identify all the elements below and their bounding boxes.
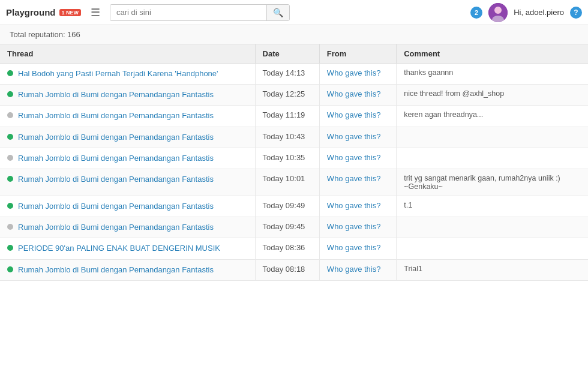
comment-cell [397,238,588,259]
who-gave-this-link[interactable]: Who gave this? [327,243,381,252]
thread-link[interactable]: Rumah Jomblo di Bumi dengan Pemandangan … [18,201,214,212]
from-cell: Who gave this? [319,127,396,148]
comment-cell: trit yg sangat menarik gaan, rumah2nya u… [397,169,588,196]
who-gave-this-link[interactable]: Who gave this? [327,153,381,162]
from-cell: Who gave this? [319,148,396,169]
table-row: Rumah Jomblo di Bumi dengan Pemandangan … [0,217,588,238]
date-cell: Today 09:49 [255,196,319,217]
green-dot-icon [7,91,13,97]
table-row: PERIODE 90'an PALING ENAK BUAT DENGERIN … [0,238,588,259]
from-cell: Who gave this? [319,238,396,259]
date-cell: Today 14:13 [255,64,319,85]
header-right: 2 Hi, adoel.piero ? [470,3,582,22]
green-dot-icon [7,134,13,140]
col-date: Date [255,44,319,64]
date-cell: Today 10:35 [255,148,319,169]
search-input[interactable] [110,5,266,20]
gray-dot-icon [7,112,13,118]
comment-cell: t.1 [397,196,588,217]
search-wrapper: 🔍 [110,4,290,21]
who-gave-this-link[interactable]: Who gave this? [327,222,381,231]
thread-link[interactable]: Rumah Jomblo di Bumi dengan Pemandangan … [18,89,214,100]
date-cell: Today 08:18 [255,259,319,280]
comment-cell [397,217,588,238]
reputation-label: Total reputation: 166 [10,30,80,39]
who-gave-this-link[interactable]: Who gave this? [327,110,381,119]
header: Playground 1 NEW ☰ 🔍 2 Hi, adoel.piero ? [0,0,588,25]
green-dot-icon [7,203,13,209]
col-comment: Comment [397,44,588,64]
from-cell: Who gave this? [319,106,396,127]
from-cell: Who gave this? [319,64,396,85]
thread-cell: Rumah Jomblo di Bumi dengan Pemandangan … [0,127,255,148]
table-row: Rumah Jomblo di Bumi dengan Pemandangan … [0,85,588,106]
hamburger-icon[interactable]: ☰ [87,6,104,19]
avatar[interactable] [488,3,508,22]
who-gave-this-link[interactable]: Who gave this? [327,89,381,98]
table-wrapper: Thread Date From Comment Hal Bodoh yang … [0,44,588,281]
gray-dot-icon [7,155,13,161]
notification-badge[interactable]: 2 [470,7,482,19]
table-row: Rumah Jomblo di Bumi dengan Pemandangan … [0,196,588,217]
thread-link[interactable]: Rumah Jomblo di Bumi dengan Pemandangan … [18,265,214,275]
who-gave-this-link[interactable]: Who gave this? [327,265,381,274]
thread-cell: Rumah Jomblo di Bumi dengan Pemandangan … [0,85,255,106]
comment-cell [397,148,588,169]
new-badge: 1 NEW [59,9,82,16]
thread-cell: Rumah Jomblo di Bumi dengan Pemandangan … [0,148,255,169]
table-header-row: Thread Date From Comment [0,44,588,64]
from-cell: Who gave this? [319,259,396,280]
comment-cell: Trial1 [397,259,588,280]
from-cell: Who gave this? [319,85,396,106]
table-row: Rumah Jomblo di Bumi dengan Pemandangan … [0,169,588,196]
table-row: Rumah Jomblo di Bumi dengan Pemandangan … [0,106,588,127]
green-dot-icon [7,70,13,76]
table-row: Rumah Jomblo di Bumi dengan Pemandangan … [0,127,588,148]
date-cell: Today 09:45 [255,217,319,238]
svg-point-1 [494,7,502,14]
brand: Playground 1 NEW [6,7,81,17]
who-gave-this-link[interactable]: Who gave this? [327,132,381,141]
comment-cell: thanks gaannn [397,64,588,85]
reputation-bar: Total reputation: 166 [0,25,588,44]
help-icon[interactable]: ? [570,7,582,19]
thread-cell: Rumah Jomblo di Bumi dengan Pemandangan … [0,106,255,127]
who-gave-this-link[interactable]: Who gave this? [327,201,381,210]
thread-link[interactable]: Hal Bodoh yang Pasti Pernah Terjadi Kare… [18,68,218,79]
search-button[interactable]: 🔍 [266,5,289,20]
date-cell: Today 08:36 [255,238,319,259]
reputation-table: Thread Date From Comment Hal Bodoh yang … [0,44,588,281]
table-row: Hal Bodoh yang Pasti Pernah Terjadi Kare… [0,64,588,85]
from-cell: Who gave this? [319,169,396,196]
thread-link[interactable]: PERIODE 90'an PALING ENAK BUAT DENGERIN … [18,243,220,254]
comment-cell: nice thread! from @axhl_shop [397,85,588,106]
comment-cell [397,127,588,148]
date-cell: Today 10:01 [255,169,319,196]
thread-cell: Rumah Jomblo di Bumi dengan Pemandangan … [0,196,255,217]
from-cell: Who gave this? [319,196,396,217]
table-row: Rumah Jomblo di Bumi dengan Pemandangan … [0,259,588,280]
green-dot-icon [7,245,13,251]
table-row: Rumah Jomblo di Bumi dengan Pemandangan … [0,148,588,169]
col-from: From [319,44,396,64]
thread-cell: Rumah Jomblo di Bumi dengan Pemandangan … [0,169,255,196]
green-dot-icon [7,176,13,182]
date-cell: Today 12:25 [255,85,319,106]
thread-cell: Rumah Jomblo di Bumi dengan Pemandangan … [0,217,255,238]
date-cell: Today 10:43 [255,127,319,148]
thread-link[interactable]: Rumah Jomblo di Bumi dengan Pemandangan … [18,222,214,233]
thread-link[interactable]: Rumah Jomblo di Bumi dengan Pemandangan … [18,153,214,164]
col-thread: Thread [0,44,255,64]
green-dot-icon [7,266,13,272]
who-gave-this-link[interactable]: Who gave this? [327,174,381,183]
brand-label: Playground [6,7,56,17]
thread-link[interactable]: Rumah Jomblo di Bumi dengan Pemandangan … [18,110,214,121]
thread-link[interactable]: Rumah Jomblo di Bumi dengan Pemandangan … [18,132,214,143]
from-cell: Who gave this? [319,217,396,238]
who-gave-this-link[interactable]: Who gave this? [327,68,381,77]
comment-cell: keren agan threadnya... [397,106,588,127]
thread-cell: Rumah Jomblo di Bumi dengan Pemandangan … [0,259,255,280]
thread-link[interactable]: Rumah Jomblo di Bumi dengan Pemandangan … [18,174,214,185]
thread-cell: Hal Bodoh yang Pasti Pernah Terjadi Kare… [0,64,255,85]
gray-dot-icon [7,224,13,230]
